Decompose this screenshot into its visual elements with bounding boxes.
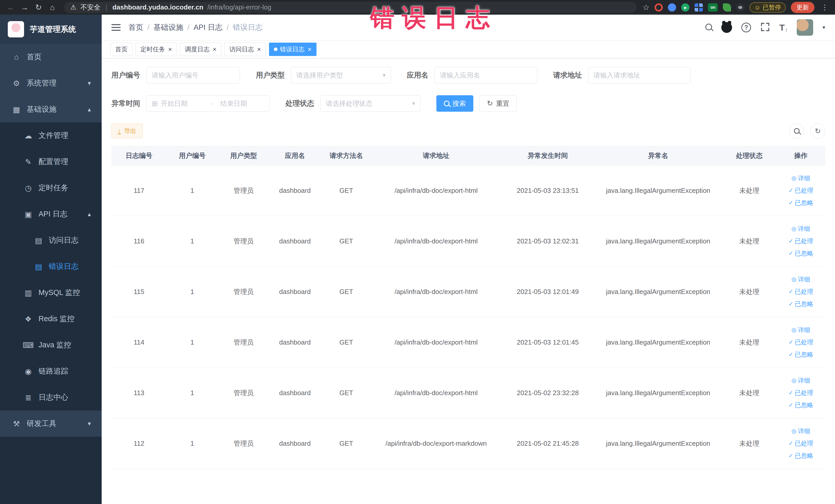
reset-button[interactable]: ↻ 重置 <box>480 95 517 112</box>
extension-on-badge[interactable]: on <box>708 3 718 12</box>
extension-icon-5[interactable] <box>723 3 731 12</box>
action-processed-link[interactable]: ✓已处理 <box>789 439 813 447</box>
table-row: 1131管理员dashboardGET/api/infra/db-doc/exp… <box>111 368 825 418</box>
sidebar-item-job[interactable]: ◷定时任务 <box>0 175 102 201</box>
avatar[interactable] <box>797 19 813 36</box>
security-label[interactable]: 不安全 <box>80 3 100 12</box>
address-bar[interactable]: ⚠ 不安全 | dashboard.yudao.iocoder.cn/infra… <box>64 2 636 13</box>
action-ignored-link[interactable]: ✓已忽略 <box>789 401 813 409</box>
user-id-input[interactable] <box>152 72 235 79</box>
action-processed-link[interactable]: ✓已处理 <box>789 389 813 397</box>
extension-icon-6[interactable] <box>736 3 745 12</box>
breadcrumb-item[interactable]: 基础设施 <box>154 22 183 33</box>
bookmark-star-icon[interactable]: ☆ <box>643 3 650 12</box>
home-icon[interactable]: ⌂ <box>47 2 58 13</box>
help-icon[interactable]: ? <box>741 23 751 32</box>
user-type-select[interactable]: 请选择用户类型 ▾ <box>291 67 391 83</box>
sidebar-item-infra[interactable]: ▦基础设施▴ <box>0 96 102 122</box>
tab-错误日志[interactable]: 错误日志× <box>269 43 317 56</box>
action-detail-link[interactable]: ◎详细 <box>791 427 810 435</box>
action-detail-link[interactable]: ◎详细 <box>791 326 810 334</box>
hamburger-icon[interactable] <box>111 22 121 33</box>
tab-label: 错误日志 <box>280 45 305 54</box>
tab-首页[interactable]: 首页 <box>110 43 133 56</box>
cell: 管理员 <box>218 338 269 347</box>
close-icon[interactable]: × <box>308 46 312 53</box>
tab-调度日志[interactable]: 调度日志× <box>180 43 221 56</box>
sidebar-item-dev-tools[interactable]: ⚒研发工具▾ <box>0 410 102 437</box>
toggle-search-button[interactable] <box>789 123 804 138</box>
action-processed-link[interactable]: ✓已处理 <box>789 186 813 195</box>
fullscreen-icon[interactable] <box>760 22 770 33</box>
action-ignored-link[interactable]: ✓已忽略 <box>789 350 813 359</box>
action-label: 已忽略 <box>795 249 813 258</box>
action-detail-link[interactable]: ◎详细 <box>791 377 810 385</box>
breadcrumb-item[interactable]: API 日志 <box>194 22 223 33</box>
sidebar-item-java[interactable]: ⌨Java 监控 <box>0 332 102 358</box>
check-icon: ✓ <box>789 339 793 345</box>
sidebar-item-label: 定时任务 <box>39 183 68 193</box>
sidebar-item-error-log[interactable]: ▤错误日志 <box>0 254 102 280</box>
action-ignored-link[interactable]: ✓已忽略 <box>789 451 813 460</box>
extension-icon-2[interactable] <box>668 3 676 12</box>
paused-badge[interactable]: ☺ 已暂停 <box>750 2 786 13</box>
header-search-icon[interactable] <box>705 24 712 31</box>
date-range-picker[interactable]: ⊞ 开始日期 - 结束日期 <box>146 95 269 112</box>
process-status-select[interactable]: 请选择处理状态 ▾ <box>320 95 421 112</box>
tab-访问日志[interactable]: 访问日志× <box>224 43 266 56</box>
extension-icon-3[interactable]: ▸ <box>681 3 690 12</box>
sidebar-item-label: Java 监控 <box>39 340 71 350</box>
process-status-placeholder: 请选择处理状态 <box>326 99 409 108</box>
avatar-caret-icon[interactable]: ▾ <box>822 24 825 31</box>
sidebar-item-log-center[interactable]: ≣日志中心 <box>0 384 102 410</box>
sidebar-item-label: 首页 <box>27 52 42 62</box>
font-size-icon[interactable]: T↕ <box>779 23 788 33</box>
action-ignored-link[interactable]: ✓已忽略 <box>789 249 813 258</box>
breadcrumb-item[interactable]: 错误日志 <box>233 22 263 33</box>
close-icon[interactable]: × <box>257 46 261 53</box>
chevron-down-icon: ▾ <box>88 420 91 427</box>
action-processed-link[interactable]: ✓已处理 <box>789 237 813 245</box>
sidebar-item-trace[interactable]: ◉链路追踪 <box>0 358 102 384</box>
cell: 2021-05-02 23:32:28 <box>500 389 595 397</box>
sidebar-item-api-log[interactable]: ▣API 日志▴ <box>0 201 102 227</box>
breadcrumb-item[interactable]: 首页 <box>128 22 143 33</box>
sidebar-item-config[interactable]: ✎配置管理 <box>0 149 102 175</box>
browser-menu-icon[interactable]: ⋮ <box>820 3 830 12</box>
action-detail-link[interactable]: ◎详细 <box>791 275 810 283</box>
action-ignored-link[interactable]: ✓已忽略 <box>789 199 813 207</box>
forward-icon[interactable]: → <box>19 2 30 13</box>
extension-icon-1[interactable] <box>655 3 663 12</box>
export-button[interactable]: ↓ 导出 <box>111 123 143 138</box>
sidebar-item-file[interactable]: ☁文件管理 <box>0 122 102 149</box>
reload-icon[interactable]: ↻ <box>33 2 44 13</box>
extension-icon-4[interactable] <box>695 3 703 12</box>
action-detail-link[interactable]: ◎详细 <box>791 225 810 233</box>
action-detail-link[interactable]: ◎详细 <box>791 174 810 182</box>
sidebar-item-mysql[interactable]: ▥MySQL 监控 <box>0 280 102 306</box>
action-ignored-link[interactable]: ✓已忽略 <box>789 300 813 308</box>
sidebar-item-system[interactable]: ⚙系统管理▾ <box>0 70 102 96</box>
github-icon[interactable] <box>721 22 732 33</box>
refresh-table-button[interactable]: ↻ <box>810 123 825 138</box>
action-label: 已忽略 <box>795 199 813 207</box>
action-processed-link[interactable]: ✓已处理 <box>789 338 813 346</box>
tab-定时任务[interactable]: 定时任务× <box>136 43 177 56</box>
app-logo-row[interactable]: 芋道管理系统 <box>0 15 102 44</box>
action-label: 已处理 <box>795 287 813 296</box>
app-name-input[interactable] <box>440 72 532 79</box>
sidebar-item-home[interactable]: ⌂首页 <box>0 44 102 70</box>
close-icon[interactable]: × <box>212 46 217 53</box>
close-icon[interactable]: × <box>168 46 172 53</box>
search-button[interactable]: 搜索 <box>436 95 473 112</box>
sidebar-filler <box>0 437 102 504</box>
action-processed-link[interactable]: ✓已处理 <box>789 287 813 296</box>
breadcrumb-separator: / <box>227 23 229 32</box>
sidebar-item-redis[interactable]: ❖Redis 监控 <box>0 306 102 332</box>
request-url-input[interactable] <box>593 72 685 79</box>
update-button[interactable]: 更新 <box>791 2 814 13</box>
action-label: 详细 <box>798 377 810 385</box>
back-icon[interactable]: ← <box>5 2 16 13</box>
sidebar-item-access-log[interactable]: ▤访问日志 <box>0 227 102 254</box>
actions-cell: ◎详细✓已处理✓已忽略 <box>777 377 824 409</box>
